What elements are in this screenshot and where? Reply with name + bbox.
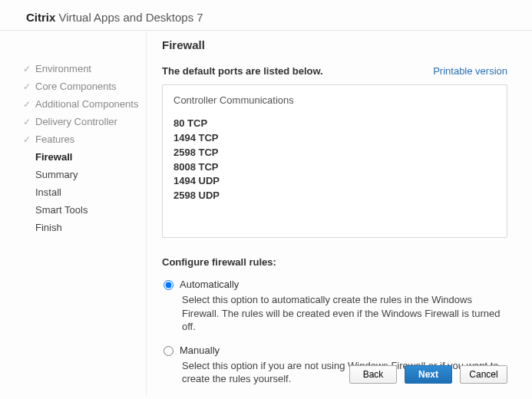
step-label: Features (35, 134, 74, 145)
step-core-components: ✓Core Components (23, 77, 140, 95)
check-icon: ✓ (23, 117, 35, 127)
brand-name: Citrix (26, 11, 55, 24)
step-finish: ✓Finish (23, 219, 140, 236)
radio-auto-label[interactable]: Automatically (180, 279, 239, 290)
step-install: ✓Install (23, 183, 140, 201)
step-environment: ✓Environment (23, 60, 140, 77)
port-entry: 2598 TCP (173, 146, 496, 160)
step-additional-components: ✓Additional Components (23, 95, 140, 113)
step-label: Core Components (35, 81, 117, 92)
product-name: Virtual Apps and Desktops 7 (59, 11, 203, 24)
ports-list: 80 TCP1494 TCP2598 TCP8008 TCP1494 UDP25… (173, 117, 496, 203)
printable-version-link[interactable]: Printable version (433, 65, 507, 77)
radio-manually[interactable]: Manually (162, 345, 507, 356)
step-label: Firewall (35, 151, 72, 163)
radio-automatically[interactable]: Automatically (162, 279, 507, 290)
page-title: Firewall (162, 38, 507, 51)
port-entry: 2598 UDP (173, 189, 496, 203)
radio-manual-input[interactable] (164, 346, 173, 356)
app-title: Citrix Virtual Apps and Desktops 7 (0, 0, 532, 30)
check-icon: ✓ (23, 99, 35, 110)
radio-auto-desc: Select this option to automatically crea… (182, 293, 507, 334)
port-entry: 1494 UDP (173, 174, 496, 189)
check-icon: ✓ (23, 64, 35, 74)
next-button[interactable]: Next (405, 365, 452, 384)
check-icon: ✓ (23, 134, 35, 145)
step-label: Install (35, 186, 61, 198)
port-entry: 80 TCP (173, 117, 496, 131)
radio-manual-label[interactable]: Manually (180, 345, 220, 356)
subhead: The default ports are listed below. (162, 65, 323, 77)
step-label: Smart Tools (35, 204, 88, 216)
step-summary: ✓Summary (23, 166, 140, 183)
button-row: Back Next Cancel (349, 365, 507, 384)
step-label: Summary (35, 169, 78, 180)
cancel-button[interactable]: Cancel (460, 365, 507, 384)
radio-auto-input[interactable] (164, 280, 173, 290)
step-label: Additional Components (35, 98, 138, 110)
step-smart-tools: ✓Smart Tools (23, 201, 140, 219)
port-entry: 8008 TCP (173, 160, 496, 175)
step-delivery-controller: ✓Delivery Controller (23, 113, 140, 130)
config-label: Configure firewall rules: (162, 256, 507, 268)
ports-panel: Controller Communications 80 TCP1494 TCP… (162, 84, 507, 238)
step-label: Finish (35, 222, 62, 233)
step-label: Delivery Controller (35, 116, 117, 127)
port-entry: 1494 TCP (173, 131, 496, 146)
step-firewall: ✓Firewall (23, 148, 140, 166)
step-label: Environment (35, 63, 91, 74)
back-button[interactable]: Back (349, 365, 397, 384)
wizard-steps: ✓Environment✓Core Components✓Additional … (0, 31, 146, 397)
check-icon: ✓ (23, 81, 35, 92)
panel-title: Controller Communications (173, 94, 496, 106)
step-features: ✓Features (23, 130, 140, 148)
